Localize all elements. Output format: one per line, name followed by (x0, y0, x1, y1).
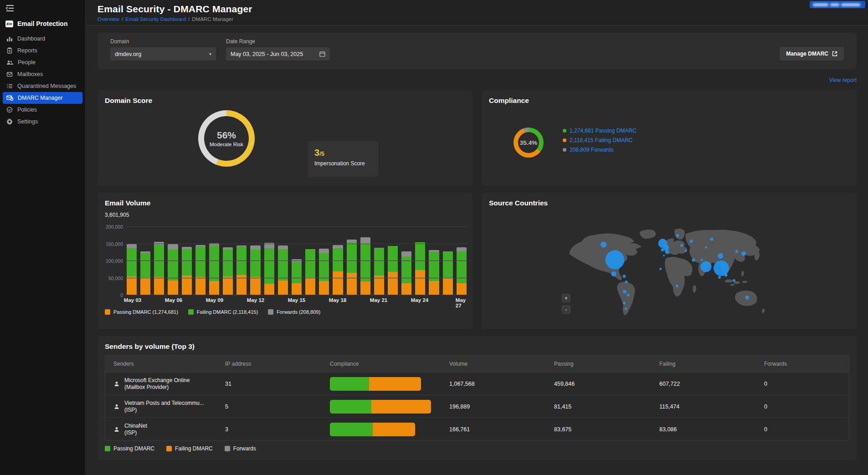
legend-item-failing[interactable]: 2,118,415 Failing DMARC (563, 137, 637, 143)
map-zoom-in-button[interactable]: + (562, 294, 570, 302)
volume-bar[interactable] (209, 243, 219, 295)
volume-bar[interactable] (429, 250, 439, 295)
sidebar-item-dmarc-manager[interactable]: DMARC Manager (3, 92, 82, 104)
sender-passing: 83,675 (554, 426, 659, 433)
volume-bar[interactable] (292, 259, 302, 296)
country-volume-bubble[interactable] (676, 285, 678, 287)
country-volume-bubble[interactable] (724, 274, 728, 277)
country-volume-bubble[interactable] (627, 294, 630, 296)
volume-bar[interactable] (415, 242, 425, 295)
country-volume-bubble[interactable] (623, 302, 626, 305)
impersonation-score-box: 3/5 Impersonation Score (308, 141, 378, 177)
volume-bar[interactable] (182, 247, 192, 295)
country-volume-bubble[interactable] (659, 268, 662, 270)
country-volume-bubble[interactable] (735, 250, 738, 253)
legend-item-forwards[interactable]: 208,809 Forwards (563, 147, 637, 153)
collapse-sidebar-icon[interactable] (5, 5, 15, 13)
sender-failing: 83,086 (659, 426, 764, 433)
country-volume-bubble[interactable] (676, 234, 679, 237)
account-badge[interactable] (810, 1, 865, 8)
sidebar-item-settings[interactable]: Settings (3, 116, 82, 128)
volume-bar[interactable] (388, 246, 398, 295)
country-volume-bubble[interactable] (665, 250, 669, 254)
volume-bar[interactable] (443, 251, 453, 295)
sidebar-item-mailboxes[interactable]: Mailboxes (3, 68, 82, 80)
world-map[interactable] (557, 220, 780, 322)
x-axis-label: May 09 (206, 297, 223, 303)
sidebar-item-policies[interactable]: Policies (3, 104, 82, 116)
y-axis-label: 200,000 (106, 224, 123, 230)
country-volume-bubble[interactable] (701, 261, 712, 272)
sidebar-item-reports[interactable]: Reports (3, 45, 82, 56)
y-axis-label: 150,000 (106, 241, 123, 247)
compliance-card: Compliance 35.4% 1,274,681 Passing DMARC… (482, 90, 857, 186)
sidebar-item-people[interactable]: People (3, 56, 82, 68)
country-volume-bubble[interactable] (661, 248, 664, 251)
country-volume-bubble[interactable] (663, 255, 665, 256)
country-volume-bubble[interactable] (685, 250, 687, 252)
country-volume-bubble[interactable] (625, 308, 627, 310)
country-volume-bubble[interactable] (718, 276, 721, 279)
country-volume-bubble[interactable] (690, 240, 693, 243)
volume-bar[interactable] (154, 242, 164, 295)
forwards-swatch-icon (225, 446, 230, 451)
page-title: Email Security - DMARC Manager (98, 4, 868, 15)
x-axis-label: May 24 (411, 297, 428, 303)
volume-bar[interactable] (168, 244, 178, 295)
sidebar-item-quarantined-messages[interactable]: Quarantined Messages (3, 80, 82, 92)
volume-bar[interactable] (223, 247, 233, 295)
legend-item-passing: Passing DMARC (1,274,681) (105, 309, 178, 315)
country-volume-bubble[interactable] (625, 281, 628, 283)
country-volume-bubble[interactable] (601, 242, 606, 248)
map-zoom-out-button[interactable]: - (562, 305, 570, 314)
plot-area (126, 226, 467, 295)
country-volume-bubble[interactable] (623, 275, 626, 278)
volume-bar[interactable] (278, 245, 288, 296)
sender-ip: 31 (225, 381, 330, 387)
country-volume-bubble[interactable] (606, 250, 625, 270)
gridline (126, 244, 467, 244)
country-volume-bubble[interactable] (745, 296, 750, 300)
table-row[interactable]: Microsoft Exchange Online (Mailbox Provi… (105, 372, 849, 395)
volume-bar[interactable] (360, 237, 370, 295)
senders-table: Senders IP address Compliance Volume Pas… (105, 355, 849, 441)
gridline (126, 226, 467, 227)
volume-bar[interactable] (333, 245, 343, 295)
volume-bar[interactable] (305, 249, 315, 295)
breadcrumb-overview[interactable]: Overview (98, 16, 119, 22)
volume-bar[interactable] (401, 251, 411, 295)
volume-bar[interactable] (250, 245, 260, 296)
manage-dmarc-button[interactable]: Manage DMARC (780, 47, 844, 61)
country-volume-bubble[interactable] (680, 244, 683, 247)
breadcrumb: Overview/Email Security Dashboard/DMARC … (98, 16, 868, 22)
country-volume-bubble[interactable] (733, 279, 735, 282)
domain-select[interactable]: dmdev.org ▾ (110, 47, 216, 61)
volume-bar[interactable] (236, 245, 247, 296)
country-volume-bubble[interactable] (710, 238, 714, 241)
view-report-link[interactable]: View report (829, 77, 857, 83)
sidebar: Em Email Protection Dashboard Reports Pe… (0, 0, 86, 475)
country-volume-bubble[interactable] (714, 260, 729, 276)
volume-bar[interactable] (457, 247, 467, 295)
country-volume-bubble[interactable] (705, 246, 707, 249)
date-range-input[interactable]: May 03, 2025 - Jun 03, 2025 (226, 47, 330, 61)
breadcrumb-email-security-dashboard[interactable]: Email Security Dashboard (125, 16, 186, 22)
country-volume-bubble[interactable] (718, 253, 723, 259)
country-volume-bubble[interactable] (692, 259, 695, 262)
country-volume-bubble[interactable] (611, 271, 616, 276)
country-volume-bubble[interactable] (741, 251, 746, 256)
volume-bar[interactable] (195, 245, 205, 295)
volume-bar[interactable] (347, 240, 357, 295)
legend-item-passing[interactable]: 1,274,681 Passing DMARC (563, 128, 637, 134)
volume-bar[interactable] (127, 244, 137, 295)
volume-bar[interactable] (264, 243, 274, 296)
volume-bar[interactable] (319, 249, 329, 295)
table-row[interactable]: Vietnam Posts and Telecommu... (ISP) 5 1… (105, 395, 849, 418)
table-row[interactable]: ChinaNet (ISP) 3 166,761 83,675 83,086 0 (105, 418, 849, 440)
volume-bar[interactable] (374, 248, 384, 295)
sidebar-item-dashboard[interactable]: Dashboard (3, 33, 82, 45)
country-volume-bubble[interactable] (701, 259, 703, 261)
volume-bar[interactable] (140, 251, 150, 295)
country-volume-bubble[interactable] (623, 290, 627, 294)
sender-person-icon (113, 426, 120, 433)
